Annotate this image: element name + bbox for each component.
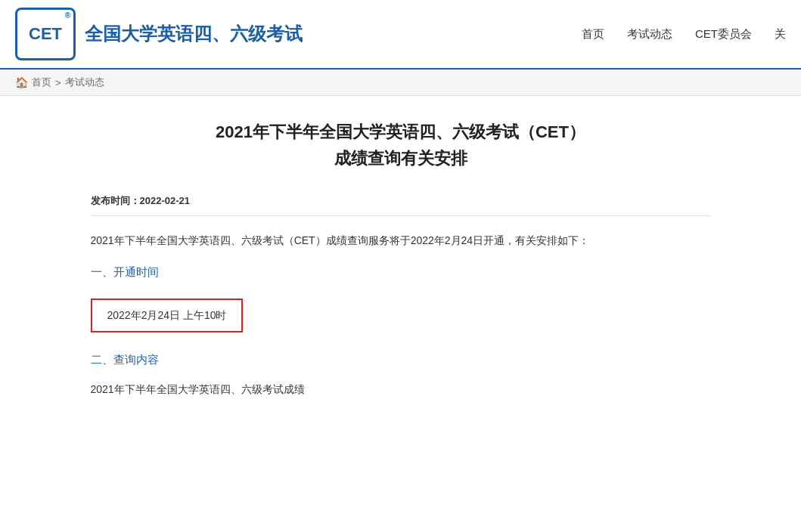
breadcrumb-home[interactable]: 首页 [32,76,51,89]
breadcrumb-current: 考试动态 [65,76,104,89]
nav-news[interactable]: 考试动态 [627,27,672,42]
article-body: 2021年下半年全国大学英语四、六级考试（CET）成绩查询服务将于2022年2月… [91,231,711,399]
article-intro: 2021年下半年全国大学英语四、六级考试（CET）成绩查询服务将于2022年2月… [91,231,711,250]
section2-content: 2021年下半年全国大学英语四、六级考试成绩 [91,380,711,399]
breadcrumb: 🏠 首页 > 考试动态 [0,70,801,96]
logo-text: CET [29,24,62,44]
article-title-line1: 2021年下半年全国大学英语四、六级考试（CET） [91,119,711,145]
publish-info: 发布时间：2022-02-21 [91,187,711,216]
publish-date: 2022-02-21 [140,195,191,206]
breadcrumb-separator: > [55,77,61,88]
publish-label: 发布时间： [91,195,140,206]
nav-committee[interactable]: CET委员会 [695,27,752,42]
main-content: 2021年下半年全国大学英语四、六级考试（CET） 成绩查询有关安排 发布时间：… [61,96,741,432]
article-title: 2021年下半年全国大学英语四、六级考试（CET） 成绩查询有关安排 [91,119,711,172]
highlight-date: 2022年2月24日 上午10时 [107,309,227,321]
site-header: CET 全国大学英语四、六级考试 首页 考试动态 CET委员会 关 [0,0,801,70]
article-title-line2: 成绩查询有关安排 [91,145,711,172]
section1-title: 一、开通时间 [91,261,711,282]
home-icon: 🏠 [15,76,28,88]
logo-area: CET 全国大学英语四、六级考试 [15,8,303,60]
site-logo: CET [15,8,76,60]
highlight-date-box: 2022年2月24日 上午10时 [91,298,244,332]
main-nav: 首页 考试动态 CET委员会 关 [582,27,786,42]
section2-title: 二、查询内容 [91,349,711,370]
nav-more[interactable]: 关 [775,27,786,42]
nav-home[interactable]: 首页 [582,27,604,42]
site-title: 全国大学英语四、六级考试 [85,22,303,46]
